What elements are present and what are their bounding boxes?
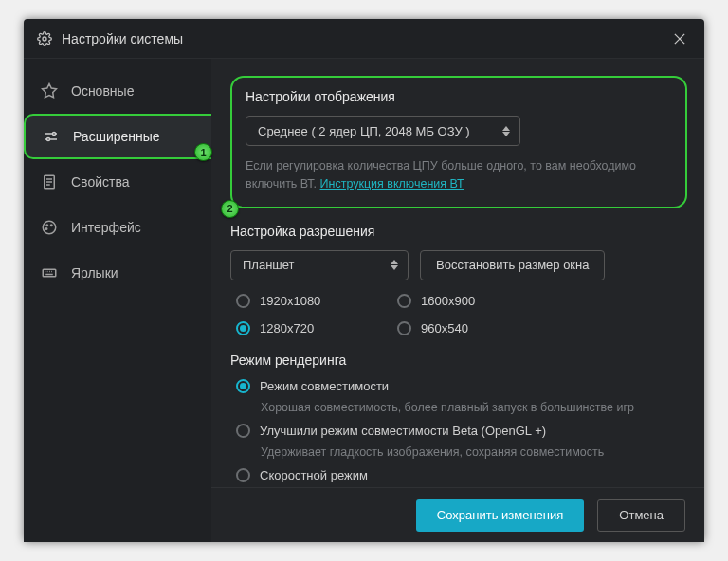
sidebar-item-label: Ярлыки bbox=[71, 265, 118, 280]
sidebar-item-label: Интерфейс bbox=[71, 220, 141, 235]
radio-label: Режим совместимости bbox=[260, 379, 389, 393]
render-mode-desc: Удерживает гладкость изображения, сохран… bbox=[261, 445, 687, 459]
callout-badge-2: 2 bbox=[221, 200, 239, 218]
palette-icon bbox=[41, 219, 58, 236]
render-mode-desc: Хорошая совместимость, более плавный зап… bbox=[261, 401, 687, 414]
render-mode-compat[interactable]: Режим совместимости bbox=[236, 379, 687, 393]
titlebar: Настройки системы bbox=[24, 19, 704, 59]
resolution-radio-1920x1080[interactable]: 1920x1080 bbox=[236, 294, 397, 308]
radio-label: 1600x900 bbox=[421, 294, 475, 308]
footer: Сохранить изменения Отмена bbox=[211, 487, 704, 542]
radio-label: 1920x1080 bbox=[260, 294, 320, 308]
settings-dialog: Настройки системы Основные Расширенные 1… bbox=[24, 19, 704, 542]
display-settings-section: Настройки отображения Среднее ( 2 ядер Ц… bbox=[230, 76, 687, 208]
select-value: Планшет bbox=[243, 258, 295, 272]
radio-label: Скоростной режим bbox=[260, 468, 368, 482]
cancel-button[interactable]: Отмена bbox=[597, 499, 685, 532]
reset-window-size-button[interactable]: Восстановить размер окна bbox=[420, 250, 605, 280]
radio-label: 960x540 bbox=[421, 321, 468, 335]
chevron-updown-icon bbox=[391, 260, 398, 270]
render-mode-speed[interactable]: Скоростной режим bbox=[236, 468, 687, 482]
device-type-select[interactable]: Планшет bbox=[230, 250, 409, 280]
sliders-icon bbox=[43, 128, 60, 145]
sidebar-item-interface[interactable]: Интерфейс bbox=[24, 205, 211, 250]
select-value: Среднее ( 2 ядер ЦП, 2048 МБ ОЗУ ) bbox=[258, 124, 470, 138]
sidebar-item-properties[interactable]: Свойства bbox=[24, 159, 211, 205]
svg-point-4 bbox=[43, 221, 56, 234]
sidebar-item-basic[interactable]: Основные bbox=[24, 68, 211, 114]
radio-label: 1280x720 bbox=[260, 321, 314, 335]
section-title: Настройки отображения bbox=[246, 89, 672, 104]
svg-point-7 bbox=[46, 228, 47, 230]
section-title: Настройка разрешения bbox=[230, 224, 687, 239]
svg-point-6 bbox=[51, 225, 53, 226]
svg-rect-8 bbox=[43, 269, 56, 277]
chevron-updown-icon bbox=[502, 126, 510, 136]
save-button[interactable]: Сохранить изменения bbox=[416, 499, 585, 532]
sidebar-item-label: Свойства bbox=[71, 174, 129, 190]
performance-select[interactable]: Среднее ( 2 ядер ЦП, 2048 МБ ОЗУ ) bbox=[246, 116, 520, 146]
resolution-radio-960x540[interactable]: 960x540 bbox=[397, 321, 558, 335]
sidebar: Основные Расширенные 1 Свойства Интерфей… bbox=[24, 59, 211, 542]
svg-point-2 bbox=[47, 138, 50, 141]
resolution-radio-1600x900[interactable]: 1600x900 bbox=[397, 294, 558, 308]
window-title: Настройки системы bbox=[62, 31, 183, 46]
content-area: Настройки отображения Среднее ( 2 ядер Ц… bbox=[211, 59, 704, 487]
radio-label: Улучшили режим совместимости Beta (OpenG… bbox=[260, 424, 546, 438]
vt-hint: Если регулировка количества ЦПУ больше о… bbox=[246, 157, 672, 193]
render-mode-opengl[interactable]: Улучшили режим совместимости Beta (OpenG… bbox=[236, 424, 687, 438]
svg-point-0 bbox=[43, 37, 46, 41]
sidebar-item-label: Основные bbox=[71, 83, 134, 99]
svg-point-5 bbox=[46, 225, 48, 226]
star-icon bbox=[41, 82, 58, 100]
vt-instructions-link[interactable]: Инструкция включения ВТ bbox=[320, 177, 464, 190]
keyboard-icon bbox=[41, 264, 58, 281]
sidebar-item-shortcuts[interactable]: Ярлыки bbox=[24, 250, 211, 296]
gear-icon bbox=[37, 31, 52, 46]
document-icon bbox=[41, 173, 58, 190]
section-title: Режим рендеринга bbox=[230, 353, 687, 368]
sidebar-item-label: Расширенные bbox=[73, 129, 160, 144]
svg-point-1 bbox=[53, 133, 56, 136]
close-button[interactable] bbox=[668, 27, 691, 50]
sidebar-item-advanced[interactable]: Расширенные 1 bbox=[24, 114, 211, 159]
resolution-radio-1280x720[interactable]: 1280x720 bbox=[236, 321, 397, 335]
